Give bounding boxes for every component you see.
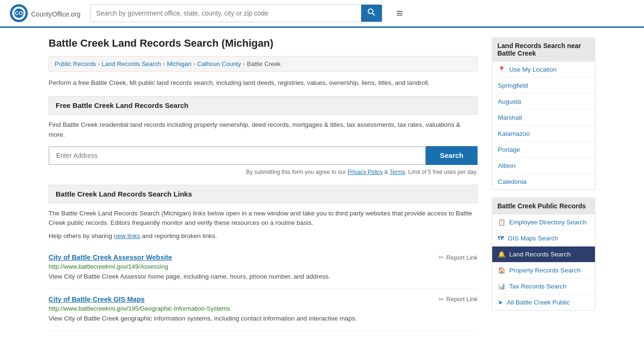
link-title-assessor[interactable]: City of Battle Creek Assessor Website	[49, 254, 172, 261]
svg-line-5	[372, 13, 375, 16]
terms-link[interactable]: Terms	[389, 169, 405, 175]
sidebar-item-caledonia[interactable]: Caledonia	[492, 174, 595, 189]
links-description: The Battle Creek Land Records Search (Mi…	[49, 209, 478, 228]
breadcrumb-michigan[interactable]: Michigan	[167, 60, 191, 67]
marshall-label: Marshall	[498, 114, 522, 121]
main-content: Battle Creek Land Records Search (Michig…	[49, 37, 478, 330]
sidebar-item-marshall[interactable]: Marshall	[492, 110, 595, 126]
free-search-header: Free Battle Creek Land Records Search	[49, 96, 478, 115]
link-item-header-2: City of Battle Creek GIS Maps ✂ Report L…	[49, 296, 478, 303]
address-input[interactable]	[49, 146, 426, 165]
springfield-label: Springfield	[498, 82, 528, 89]
use-location-label: Use My Location	[509, 66, 557, 73]
address-form: Search	[49, 146, 478, 165]
help-text: Help others by sharing new links and rep…	[49, 232, 478, 239]
svg-text:CO: CO	[15, 10, 23, 16]
sidebar-public-records-list: 📋 Employee Directory Search 🗺 GIS Maps S…	[492, 214, 595, 311]
search-button[interactable]: Search	[426, 146, 478, 165]
albion-label: Albion	[498, 162, 516, 169]
sidebar-item-property-records[interactable]: 🏠 Property Records Search	[492, 263, 595, 279]
new-links-link[interactable]: new links	[114, 232, 140, 239]
land-records-label: Land Records Search	[509, 251, 571, 258]
header-search[interactable]	[90, 4, 382, 22]
breadcrumb-public-records[interactable]: Public Records	[55, 60, 96, 67]
main-container: Battle Creek Land Records Search (Michig…	[39, 28, 605, 330]
sidebar-item-kalamazoo[interactable]: Kalamazoo	[492, 126, 595, 142]
sidebar-item-portage[interactable]: Portage	[492, 142, 595, 158]
report-label-2: Report Link	[446, 296, 478, 303]
bell-icon: 🔔	[498, 251, 505, 258]
arrow-icon: ➤	[498, 299, 503, 306]
tax-records-label: Tax Records Search	[509, 283, 567, 290]
link-title-gis[interactable]: City of Battle Creek GIS Maps	[49, 296, 145, 303]
sidebar-item-albion[interactable]: Albion	[492, 158, 595, 174]
sidebar-item-all-public[interactable]: ➤ All Battle Creek Public	[492, 295, 595, 310]
logo[interactable]: CO CountyOffice.org	[9, 4, 81, 23]
link-url-gis: http://www.battlecreekmi.gov/195/Geograp…	[49, 305, 478, 312]
link-desc-gis: View City of Battle Creek geographic inf…	[49, 314, 478, 323]
header-search-button[interactable]	[361, 5, 382, 22]
logo-icon: CO	[9, 4, 28, 23]
page-description: Perform a free Battle Creek, MI public l…	[49, 78, 478, 88]
sidebar-item-land-records[interactable]: 🔔 Land Records Search	[492, 247, 595, 263]
breadcrumb-calhoun[interactable]: Calhoun County	[197, 60, 241, 67]
employee-dir-label: Employee Directory Search	[509, 219, 586, 226]
report-label: Report Link	[446, 254, 478, 261]
free-search-description: Find Battle Creek residential land recor…	[49, 120, 478, 140]
portage-label: Portage	[498, 146, 520, 153]
sidebar-item-gis-maps[interactable]: 🗺 GIS Maps Search	[492, 230, 595, 247]
report-link-assessor[interactable]: ✂ Report Link	[438, 254, 478, 261]
link-item: City of Battle Creek Assessor Website ✂ …	[49, 247, 478, 288]
all-public-label: All Battle Creek Public	[507, 299, 570, 306]
form-disclaimer: By submitting this form you agree to our…	[49, 169, 478, 175]
report-icon-2: ✂	[438, 296, 444, 303]
use-location-link[interactable]: 📍 Use My Location	[492, 62, 595, 77]
sidebar-public-records-header: Battle Creek Public Records	[492, 197, 595, 214]
header-search-input[interactable]	[91, 5, 361, 22]
sidebar: Land Records Search near Battle Creek 📍 …	[492, 37, 595, 330]
link-item: City of Battle Creek GIS Maps ✂ Report L…	[49, 289, 478, 330]
report-link-gis[interactable]: ✂ Report Link	[438, 296, 478, 303]
map-icon: 🗺	[498, 235, 504, 242]
link-desc-assessor: View City of Battle Creek Assessor home …	[49, 272, 478, 281]
site-header: CO CountyOffice.org ≡	[0, 0, 644, 28]
hamburger-menu[interactable]: ≡	[396, 7, 403, 20]
svg-point-4	[368, 9, 373, 14]
privacy-policy-link[interactable]: Privacy Policy	[347, 169, 383, 175]
gis-maps-label: GIS Maps Search	[508, 235, 558, 242]
kalamazoo-label: Kalamazoo	[498, 130, 530, 137]
breadcrumb-land-records[interactable]: Land Records Search	[102, 60, 161, 67]
breadcrumb-current: Battle Creek	[247, 60, 281, 67]
pin-icon: 📍	[498, 66, 505, 73]
breadcrumb: Public Records › Land Records Search › M…	[49, 56, 478, 72]
link-url-assessor: http://www.battlecreekmi.gov/149/Assessi…	[49, 263, 478, 270]
house-icon: 🏠	[498, 267, 505, 274]
sidebar-nearby-header: Land Records Search near Battle Creek	[492, 37, 595, 62]
augusta-label: Augusta	[498, 98, 521, 105]
report-icon: ✂	[438, 254, 444, 261]
logo-text: CountyOffice.org	[31, 8, 81, 19]
caledonia-label: Caledonia	[498, 178, 527, 185]
sidebar-nearby-list: 📍 Use My Location Springfield Augusta Ma…	[492, 62, 595, 190]
links-section-header: Battle Creek Land Records Search Links	[49, 185, 478, 203]
doc-icon: 📊	[498, 283, 505, 290]
page-title: Battle Creek Land Records Search (Michig…	[49, 37, 478, 49]
links-section: Battle Creek Land Records Search Links T…	[49, 185, 478, 330]
link-item-header: City of Battle Creek Assessor Website ✂ …	[49, 254, 478, 261]
sidebar-item-tax-records[interactable]: 📊 Tax Records Search	[492, 279, 595, 295]
sidebar-item-augusta[interactable]: Augusta	[492, 94, 595, 110]
sidebar-item-springfield[interactable]: Springfield	[492, 78, 595, 94]
sidebar-item-use-location[interactable]: 📍 Use My Location	[492, 62, 595, 78]
property-records-label: Property Records Search	[509, 267, 581, 274]
sidebar-item-employee-directory[interactable]: 📋 Employee Directory Search	[492, 214, 595, 230]
book-icon: 📋	[498, 219, 505, 226]
